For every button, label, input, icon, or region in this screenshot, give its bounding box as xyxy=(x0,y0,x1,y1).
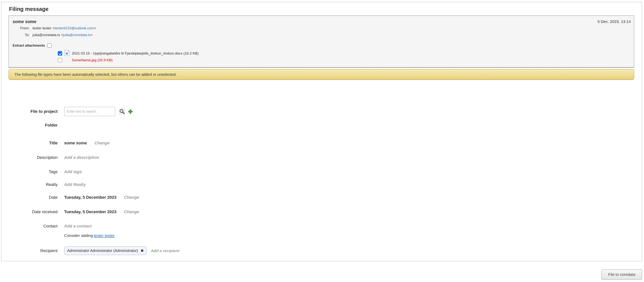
to-name: julia@coredata.is xyxy=(32,33,60,37)
filing-dialog: Filing message some some 5 Dec. 2023, 13… xyxy=(1,2,642,261)
from-label: From: xyxy=(9,25,30,31)
attachment-checkbox[interactable] xyxy=(58,58,62,62)
realty-row: Realty Add Realty xyxy=(2,182,639,187)
word-file-icon xyxy=(64,50,70,57)
attachment-icon-spacer xyxy=(64,60,70,60)
angle-open: < xyxy=(52,26,54,30)
angle-close: > xyxy=(94,26,96,30)
title-label: Title xyxy=(2,141,58,146)
attachment-list: 2021 03 15 - Upplýsingabeiðni til Fjarsk… xyxy=(58,50,198,63)
to-row: To: julia@coredata.is <julia@coredata.is… xyxy=(9,31,96,38)
add-project-button[interactable] xyxy=(127,108,134,115)
realty-label: Realty xyxy=(2,182,58,187)
recipient-tag-text: Administrator Administrator (Administrat… xyxy=(67,249,138,253)
from-value: tester tester <testerit215@outlook.com> xyxy=(32,25,96,31)
message-preview-box: some some 5 Dec. 2023, 13:14 From: teste… xyxy=(8,15,634,68)
recipient-tag: Administrator Administrator (Administrat… xyxy=(64,246,147,255)
add-tags-field[interactable]: Add tags xyxy=(64,169,82,174)
add-realty-field[interactable]: Add Realty xyxy=(64,182,86,187)
add-description-field[interactable]: Add a description xyxy=(64,155,99,160)
attachment-name: SomeName.jpg (25.9 KB) xyxy=(72,58,113,62)
description-label: Description xyxy=(2,155,58,160)
contact-suggestion-row: Consider adding tester tester xyxy=(2,233,639,238)
attachment-row: 2021 03 15 - Upplýsingabeiðni til Fjarsk… xyxy=(58,50,198,57)
folder-row: Folder xyxy=(2,123,639,128)
extract-attachments-row: Extract attachments xyxy=(12,43,52,48)
date-value-group: Tuesday, 5 December 2023 Change xyxy=(64,195,139,200)
date-received-change-link[interactable]: Change xyxy=(124,209,139,214)
contact-suggestion: Consider adding tester tester xyxy=(64,233,114,238)
auto-select-notice: The following file types have been autom… xyxy=(8,69,634,80)
attachment-row: SomeName.jpg (25.9 KB) xyxy=(58,57,198,63)
message-datetime: 5 Dec. 2023, 13:14 xyxy=(598,19,631,24)
file-to-coredata-button[interactable]: File to coredata xyxy=(601,269,642,280)
title-value: some some xyxy=(64,141,87,146)
date-value: Tuesday, 5 December 2023 xyxy=(64,195,116,200)
title-value-group: some some Change xyxy=(64,141,110,146)
angle-open: < xyxy=(61,33,63,37)
contact-row: Contact Add a contact xyxy=(2,224,639,229)
add-icon xyxy=(128,109,133,114)
title-row: Title some some Change xyxy=(2,141,639,146)
file-to-project-row: File to project xyxy=(2,107,639,116)
suggested-contact-link[interactable]: tester tester xyxy=(94,233,114,238)
folder-label: Folder xyxy=(2,123,58,128)
contact-label: Contact xyxy=(2,224,58,229)
attachment-name: 2021 03 15 - Upplýsingabeiðni til Fjarsk… xyxy=(72,51,198,55)
file-to-project-value xyxy=(64,107,134,116)
from-email-link[interactable]: testerit215@outlook.com xyxy=(54,26,94,30)
date-change-link[interactable]: Change xyxy=(124,195,139,200)
date-label: Date xyxy=(2,195,58,200)
date-received-label: Date received xyxy=(2,209,58,214)
to-email-link[interactable]: julia@coredata.is xyxy=(63,33,90,37)
date-received-value-group: Tuesday, 5 December 2023 Change xyxy=(64,209,139,214)
date-row: Date Tuesday, 5 December 2023 Change xyxy=(2,195,639,200)
file-to-project-label: File to project xyxy=(2,109,58,114)
add-recipient-field[interactable]: Add a recipient xyxy=(151,249,180,253)
message-subject: some some xyxy=(12,19,36,24)
to-label: To: xyxy=(9,31,30,38)
page-title: Filing message xyxy=(9,6,48,12)
search-button[interactable] xyxy=(119,108,126,115)
consider-adding-text: Consider adding xyxy=(64,233,93,238)
tags-label: Tags xyxy=(2,169,58,174)
attachment-checkbox[interactable] xyxy=(58,51,62,56)
message-addresses: From: tester tester <testerit215@outlook… xyxy=(9,25,96,38)
description-row: Description Add a description xyxy=(2,155,639,160)
to-value: julia@coredata.is <julia@coredata.is> xyxy=(32,31,93,38)
notice-text: The following file types have been autom… xyxy=(14,72,176,77)
add-contact-field[interactable]: Add a contact xyxy=(64,224,92,229)
extract-attachments-label: Extract attachments xyxy=(12,44,45,47)
from-row: From: tester tester <testerit215@outlook… xyxy=(9,25,96,31)
angle-close: > xyxy=(90,33,92,37)
search-icon xyxy=(119,108,125,114)
date-received-row: Date received Tuesday, 5 December 2023 C… xyxy=(2,209,639,214)
extract-attachments-checkbox[interactable] xyxy=(47,43,52,48)
project-search-input[interactable] xyxy=(64,107,115,116)
recipient-row: Recipient Administrator Administrator (A… xyxy=(2,246,639,255)
tags-row: Tags Add tags xyxy=(2,169,639,174)
date-received-value: Tuesday, 5 December 2023 xyxy=(64,209,116,214)
recipient-label: Recipient xyxy=(2,248,58,253)
title-change-link[interactable]: Change xyxy=(94,141,110,146)
recipient-value-group: Administrator Administrator (Administrat… xyxy=(64,246,179,255)
from-name: tester tester xyxy=(32,26,51,30)
remove-icon[interactable]: ✖ xyxy=(141,249,144,253)
